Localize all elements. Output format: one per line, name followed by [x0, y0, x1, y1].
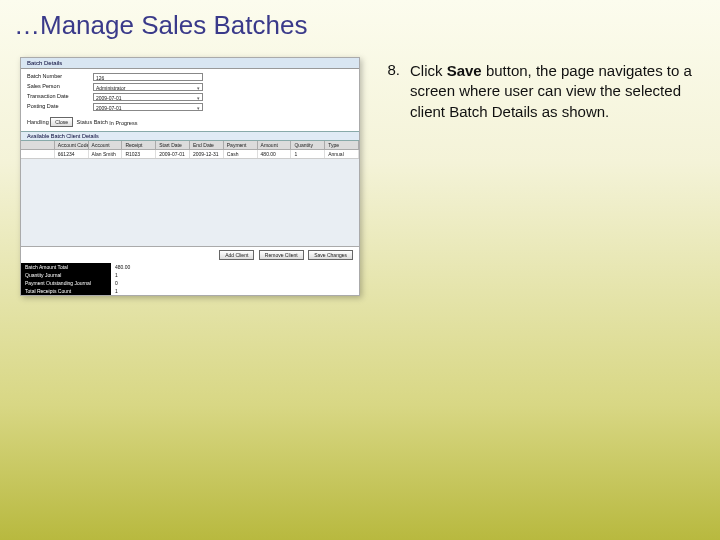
grid-empty-area: [21, 159, 359, 247]
summary-value: 0: [111, 279, 122, 287]
field-batch-number[interactable]: 126: [93, 73, 203, 81]
summary-row: Payment Outstanding Journal 0: [21, 279, 359, 287]
app-screenshot: Batch Details Batch Number 126 Sales Per…: [20, 57, 360, 296]
cell-5: 2009-12-31: [190, 150, 224, 158]
cell-6: Cash: [224, 150, 258, 158]
label-batch-number: Batch Number: [27, 73, 89, 81]
table-row[interactable]: 661234 Alan Smith R1023 2009-07-01 2009-…: [21, 150, 359, 159]
table-header: Account Code Account Receipt Start Date …: [21, 141, 359, 150]
cell-8: 1: [291, 150, 325, 158]
field-posting-date[interactable]: 2009-07-01: [93, 103, 203, 111]
instruction-step: 8. Click Save button, the page navigates…: [378, 61, 700, 122]
label-transaction-date: Transaction Date: [27, 93, 89, 101]
summary-label: Total Receipts Count: [21, 287, 111, 295]
col-0: [21, 141, 55, 149]
summary-label: Batch Amount Total: [21, 263, 111, 271]
col-4: Start Date: [156, 141, 190, 149]
status-batch-field[interactable]: In Progress: [109, 120, 159, 126]
cell-2: Alan Smith: [89, 150, 123, 158]
summary-label: Payment Outstanding Journal: [21, 279, 111, 287]
col-5: End Date: [190, 141, 224, 149]
instruction-panel: 8. Click Save button, the page navigates…: [378, 57, 700, 296]
form-area: Batch Number 126 Sales Person Administra…: [21, 69, 359, 115]
col-2: Account: [89, 141, 123, 149]
slide-title: …Manage Sales Batches: [0, 0, 720, 47]
col-7: Amount: [258, 141, 292, 149]
screenshot-topbar: Batch Details: [21, 58, 359, 69]
summary-value: 1: [111, 287, 122, 295]
step-number: 8.: [378, 61, 400, 122]
summary-row: Total Receipts Count 1: [21, 287, 359, 295]
cell-0: [21, 150, 55, 158]
summary-label: Quantity Journal: [21, 271, 111, 279]
field-sales-person[interactable]: Administrator: [93, 83, 203, 91]
col-9: Type: [325, 141, 359, 149]
handling-label: Handling: [27, 119, 49, 125]
remove-client-button[interactable]: Remove Client: [259, 250, 304, 260]
section-header: Available Batch Client Details: [21, 131, 359, 141]
summary-block: Batch Amount Total 480.00 Quantity Journ…: [21, 263, 359, 295]
summary-value: 480.00: [111, 263, 134, 271]
col-6: Payment: [224, 141, 258, 149]
col-3: Receipt: [122, 141, 156, 149]
summary-row: Quantity Journal 1: [21, 271, 359, 279]
close-button[interactable]: Close: [50, 117, 73, 127]
step-text-prefix: Click: [410, 62, 447, 79]
summary-row: Batch Amount Total 480.00: [21, 263, 359, 271]
col-8: Quantity: [291, 141, 325, 149]
cell-7: 480.00: [258, 150, 292, 158]
status-batch-label: Status Batch: [77, 119, 108, 125]
content-row: Batch Details Batch Number 126 Sales Per…: [0, 47, 720, 306]
col-1: Account Code: [55, 141, 89, 149]
save-changes-button[interactable]: Save Changes: [308, 250, 353, 260]
handling-row: Handling Close Status Batch In Progress: [21, 115, 359, 131]
label-sales-person: Sales Person: [27, 83, 89, 91]
step-text: Click Save button, the page navigates to…: [410, 61, 700, 122]
label-posting-date: Posting Date: [27, 103, 89, 111]
cell-3: R1023: [122, 150, 156, 158]
summary-value: 1: [111, 271, 122, 279]
cell-4: 2009-07-01: [156, 150, 190, 158]
step-text-bold: Save: [447, 62, 482, 79]
grid-button-row: Add Client Remove Client Save Changes: [21, 247, 359, 263]
cell-9: Annual: [325, 150, 359, 158]
field-transaction-date[interactable]: 2009-07-01: [93, 93, 203, 101]
cell-1: 661234: [55, 150, 89, 158]
add-client-button[interactable]: Add Client: [219, 250, 254, 260]
